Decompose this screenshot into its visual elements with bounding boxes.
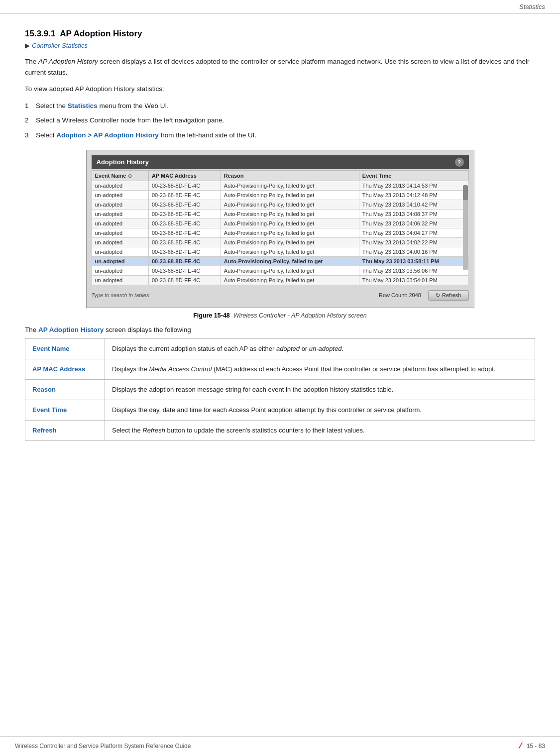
cell-time: Thu May 23 2013 03:56:06 PM xyxy=(359,266,468,275)
cell-mac: 00-23-68-8D-FE-4C xyxy=(148,237,221,247)
cell-reason: Auto-Provisioning-Policy, failed to get xyxy=(221,256,359,266)
table-row: un-adopted 00-23-68-8D-FE-4C Auto-Provis… xyxy=(92,200,468,209)
row-count-display: Row Count: 2048 xyxy=(379,292,421,298)
cell-mac: 00-23-68-8D-FE-4C xyxy=(148,275,221,285)
cell-event: un-adopted xyxy=(92,237,148,247)
steps-list: 1 Select the Statistics menu from the We… xyxy=(25,101,535,141)
cell-mac: 00-23-68-8D-FE-4C xyxy=(148,256,221,266)
desc-field-name: Refresh xyxy=(25,421,105,441)
help-button[interactable]: ? xyxy=(455,158,464,167)
table-row: un-adopted 00-23-68-8D-FE-4C Auto-Provis… xyxy=(92,256,468,266)
cell-mac: 00-23-68-8D-FE-4C xyxy=(148,190,221,200)
cell-time: Thu May 23 2013 03:54:01 PM xyxy=(359,275,468,285)
cell-mac: 00-23-68-8D-FE-4C xyxy=(148,228,221,237)
desc-field-name: Event Name xyxy=(25,338,105,359)
cell-reason: Auto-Provisioning-Policy, failed to get xyxy=(221,266,359,275)
desc-field-value: Select the Refresh button to update the … xyxy=(105,421,535,441)
desc-field-name: Event Time xyxy=(25,400,105,420)
section-title: 15.3.9.1 AP Adoption History xyxy=(25,29,535,39)
cell-event: un-adopted xyxy=(92,218,148,228)
table-row: un-adopted 00-23-68-8D-FE-4C Auto-Provis… xyxy=(92,275,468,285)
page-footer: Wireless Controller and Service Platform… xyxy=(0,736,560,755)
cell-reason: Auto-Provisioning-Policy, failed to get xyxy=(221,200,359,209)
desc-table-row: Reason Displays the adoption reason mess… xyxy=(25,379,535,400)
cell-time: Thu May 23 2013 04:10:42 PM xyxy=(359,200,468,209)
cell-mac: 00-23-68-8D-FE-4C xyxy=(148,218,221,228)
cell-time: Thu May 23 2013 04:06:32 PM xyxy=(359,218,468,228)
cell-reason: Auto-Provisioning-Policy, failed to get xyxy=(221,181,359,190)
cell-event: un-adopted xyxy=(92,228,148,237)
cell-reason: Auto-Provisioning-Policy, failed to get xyxy=(221,275,359,285)
desc-field-value: Displays the day, date and time for each… xyxy=(105,400,535,420)
cell-reason: Auto-Provisioning-Policy, failed to get xyxy=(221,237,359,247)
refresh-icon: ↻ xyxy=(436,292,440,299)
desc-field-value: Displays the Media Access Control (MAC) … xyxy=(105,359,535,379)
cell-time: Thu May 23 2013 04:14:53 PM xyxy=(359,181,468,190)
window-title-bar: Adoption History ? xyxy=(92,155,469,169)
table-row: un-adopted 00-23-68-8D-FE-4C Auto-Provis… xyxy=(92,266,468,275)
desc-table-row: Event Time Displays the day, date and ti… xyxy=(25,400,535,420)
step-2: 2 Select a Wireless Controller node from… xyxy=(25,115,535,126)
cell-reason: Auto-Provisioning-Policy, failed to get xyxy=(221,218,359,228)
cell-mac: 00-23-68-8D-FE-4C xyxy=(148,181,221,190)
table-row: un-adopted 00-23-68-8D-FE-4C Auto-Provis… xyxy=(92,218,468,228)
col-reason[interactable]: Reason xyxy=(221,170,359,181)
page-number: / 15 - 83 xyxy=(519,741,545,751)
col-event-time[interactable]: Event Time xyxy=(359,170,468,181)
cell-event: un-adopted xyxy=(92,209,148,218)
cell-event: un-adopted xyxy=(92,266,148,275)
desc-field-value: Displays the adoption reason message str… xyxy=(105,379,535,400)
refresh-button[interactable]: ↻ Refresh xyxy=(428,290,469,301)
desc-table-row: Refresh Select the Refresh button to upd… xyxy=(25,421,535,441)
table-row: un-adopted 00-23-68-8D-FE-4C Auto-Provis… xyxy=(92,190,468,200)
scrollbar-thumb[interactable] xyxy=(463,185,468,200)
desc-field-value: Displays the current adoption status of … xyxy=(105,338,535,359)
cell-event: un-adopted xyxy=(92,190,148,200)
refresh-label: Refresh xyxy=(442,292,461,298)
col-mac-address[interactable]: AP MAC Address xyxy=(148,170,221,181)
cell-reason: Auto-Provisioning-Policy, failed to get xyxy=(221,190,359,200)
cell-reason: Auto-Provisioning-Policy, failed to get xyxy=(221,209,359,218)
cell-time: Thu May 23 2013 04:04:27 PM xyxy=(359,228,468,237)
cell-mac: 00-23-68-8D-FE-4C xyxy=(148,200,221,209)
cell-event: un-adopted xyxy=(92,256,148,266)
table-row: un-adopted 00-23-68-8D-FE-4C Auto-Provis… xyxy=(92,228,468,237)
desc-field-name: AP MAC Address xyxy=(25,359,105,379)
breadcrumb-arrow: ▶ xyxy=(25,42,30,49)
table-row: un-adopted 00-23-68-8D-FE-4C Auto-Provis… xyxy=(92,237,468,247)
cell-time: Thu May 23 2013 04:08:37 PM xyxy=(359,209,468,218)
intro-paragraph: The AP Adoption History screen displays … xyxy=(25,56,535,78)
desc-table-row: Event Name Displays the current adoption… xyxy=(25,338,535,359)
cell-mac: 00-23-68-8D-FE-4C xyxy=(148,266,221,275)
table-row: un-adopted 00-23-68-8D-FE-4C Auto-Provis… xyxy=(92,247,468,256)
cell-time: Thu May 23 2013 04:02:22 PM xyxy=(359,237,468,247)
breadcrumb-link[interactable]: Controller Statistics xyxy=(32,42,88,49)
table-footer: Type to search in tables Row Count: 2048… xyxy=(92,288,469,303)
desc-field-name: Reason xyxy=(25,379,105,400)
table-row: un-adopted 00-23-68-8D-FE-4C Auto-Provis… xyxy=(92,181,468,190)
footer-left: Wireless Controller and Service Platform… xyxy=(15,743,191,750)
cell-event: un-adopted xyxy=(92,200,148,209)
description-table: Event Name Displays the current adoption… xyxy=(25,338,535,441)
step-1: 1 Select the Statistics menu from the We… xyxy=(25,101,535,111)
cell-time: Thu May 23 2013 04:00:16 PM xyxy=(359,247,468,256)
table-header-row: Event Name ⊙ AP MAC Address Reason Event… xyxy=(92,170,468,181)
cell-reason: Auto-Provisioning-Policy, failed to get xyxy=(221,247,359,256)
window-title: Adoption History xyxy=(97,158,149,166)
col-event-name[interactable]: Event Name ⊙ xyxy=(92,170,148,181)
table-row: un-adopted 00-23-68-8D-FE-4C Auto-Provis… xyxy=(92,209,468,218)
page-header: Statistics xyxy=(0,0,560,14)
cell-event: un-adopted xyxy=(92,275,148,285)
adoption-history-table: Event Name ⊙ AP MAC Address Reason Event… xyxy=(92,170,469,285)
cell-time: Thu May 23 2013 04:12:48 PM xyxy=(359,190,468,200)
figure-caption: Figure 15-48 Wireless Controller - AP Ad… xyxy=(25,312,535,319)
desc-table-row: AP MAC Address Displays the Media Access… xyxy=(25,359,535,379)
cell-mac: 00-23-68-8D-FE-4C xyxy=(148,209,221,218)
cell-event: un-adopted xyxy=(92,181,148,190)
cell-time: Thu May 23 2013 03:58:11 PM xyxy=(359,256,468,266)
scrollbar[interactable] xyxy=(463,185,468,270)
cell-mac: 00-23-68-8D-FE-4C xyxy=(148,247,221,256)
steps-intro: To view adopted AP Adoption History stat… xyxy=(25,84,535,95)
desc-intro: The AP Adoption History screen displays … xyxy=(25,326,535,333)
search-label: Type to search in tables xyxy=(92,292,149,298)
